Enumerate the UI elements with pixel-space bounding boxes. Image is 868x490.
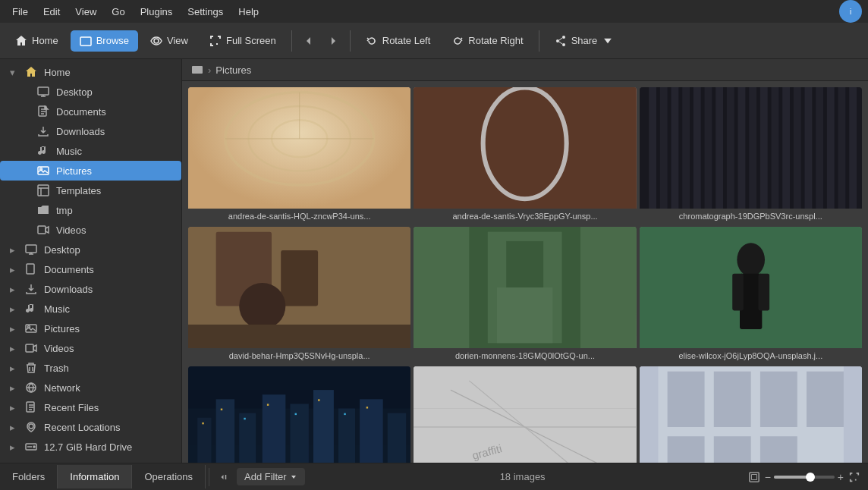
fit-view-button[interactable] bbox=[747, 470, 762, 485]
menu-help[interactable]: Help bbox=[232, 5, 265, 19]
menu-edit[interactable]: Edit bbox=[37, 5, 66, 19]
tab-operations[interactable]: Operations bbox=[132, 465, 206, 488]
svg-rect-37 bbox=[671, 87, 678, 209]
templates-icon bbox=[36, 184, 50, 197]
file-thumb-3[interactable]: chromatograph-19DGPbSV3rc-unspl... bbox=[640, 87, 862, 224]
home-button[interactable]: Home bbox=[6, 30, 68, 52]
svg-rect-91 bbox=[414, 366, 636, 463]
svg-rect-35 bbox=[649, 87, 656, 209]
svg-rect-87 bbox=[318, 399, 319, 400]
view-icon bbox=[150, 35, 162, 47]
statusbar-back-button[interactable] bbox=[215, 468, 234, 486]
share-button[interactable]: Share bbox=[546, 30, 624, 52]
sidebar-item-tmp[interactable]: ▸ tmp bbox=[0, 200, 181, 220]
top-right-button[interactable]: i bbox=[839, 0, 862, 23]
desktop2-chevron-icon: ▸ bbox=[6, 243, 18, 256]
thumb-image-8: graffiti bbox=[414, 366, 636, 463]
svg-rect-50 bbox=[816, 87, 823, 209]
statusbar-right: − + bbox=[741, 470, 868, 485]
sidebar-item-home[interactable]: ▾ Home bbox=[0, 62, 181, 82]
menu-go[interactable]: Go bbox=[105, 5, 131, 19]
fullscreen-view-button[interactable] bbox=[847, 470, 862, 485]
rotate-left-icon bbox=[366, 35, 378, 47]
svg-rect-108 bbox=[750, 472, 759, 481]
sidebar-item-pictures2[interactable]: ▸ Pictures bbox=[0, 319, 181, 338]
view-button[interactable]: View bbox=[141, 30, 197, 52]
thumb-label-4: david-behar-Hmp3Q5SNvHg-unspla... bbox=[188, 348, 410, 363]
sidebar-item-music2[interactable]: ▸ Music bbox=[0, 299, 181, 319]
sidebar-item-hard-drive[interactable]: ▸ 12.7 GiB Hard Drive bbox=[0, 437, 181, 457]
sidebar-item-downloads2[interactable]: ▸ Downloads bbox=[0, 279, 181, 299]
network-icon bbox=[24, 381, 38, 394]
browse-icon bbox=[80, 35, 92, 47]
toolbar: Home Browse View Full Screen Rotate Left… bbox=[0, 23, 868, 59]
sidebar-item-downloads[interactable]: ▸ Downloads bbox=[0, 121, 181, 141]
sidebar-hard-drive-label: 12.7 GiB Hard Drive bbox=[44, 441, 132, 453]
rotate-right-button[interactable]: Rotate Right bbox=[442, 30, 532, 52]
menu-plugins[interactable]: Plugins bbox=[134, 5, 179, 19]
menu-view[interactable]: View bbox=[69, 5, 102, 19]
file-thumb-4[interactable]: david-behar-Hmp3Q5SNvHg-unspla... bbox=[188, 227, 410, 363]
svg-rect-89 bbox=[366, 407, 368, 408]
rotate-right-icon bbox=[451, 35, 464, 47]
file-thumb-2[interactable]: andrea-de-santis-Vryc38EppGY-unsp... bbox=[414, 87, 636, 224]
sidebar-item-recent-locations[interactable]: ▸ Recent Locations bbox=[0, 417, 181, 437]
tab-folders[interactable]: Folders bbox=[0, 465, 58, 488]
back-button[interactable] bbox=[298, 30, 319, 52]
sidebar-tmp-label: tmp bbox=[56, 205, 73, 216]
file-thumb-1[interactable]: andrea-de-santis-HQL-zncwP34-uns... bbox=[188, 87, 410, 224]
fullscreen-button[interactable]: Full Screen bbox=[200, 30, 285, 52]
desktop2-icon bbox=[24, 243, 38, 256]
sidebar-item-documents[interactable]: ▸ Documents bbox=[0, 102, 181, 121]
sidebar-item-network[interactable]: ▸ Network bbox=[0, 378, 181, 397]
file-thumb-7[interactable]: f... bbox=[188, 366, 410, 463]
svg-rect-12 bbox=[38, 226, 46, 234]
zoom-slider[interactable] bbox=[774, 476, 835, 479]
svg-rect-52 bbox=[838, 87, 845, 209]
thumb-image-5 bbox=[414, 227, 636, 348]
menu-settings[interactable]: Settings bbox=[181, 5, 229, 19]
svg-rect-46 bbox=[771, 87, 778, 209]
sidebar-network-label: Network bbox=[44, 382, 80, 394]
sidebar-item-pictures[interactable]: ▸ Pictures bbox=[0, 161, 181, 181]
svg-rect-74 bbox=[216, 399, 234, 463]
file-thumb-9[interactable]: h... bbox=[640, 366, 862, 463]
tab-information[interactable]: Information bbox=[58, 465, 132, 488]
recent-files-icon bbox=[24, 400, 38, 414]
file-thumb-6[interactable]: elise-wilcox-jO6jLyp8OQA-unsplash.j... bbox=[640, 227, 862, 363]
sidebar-item-templates[interactable]: ▸ Templates bbox=[0, 181, 181, 200]
hard-drive-icon bbox=[24, 440, 38, 454]
separator-3 bbox=[539, 30, 539, 52]
sidebar-item-desktop[interactable]: ▸ Desktop bbox=[0, 82, 181, 102]
breadcrumb-current: Pictures bbox=[215, 64, 251, 76]
forward-button[interactable] bbox=[322, 30, 344, 52]
svg-rect-45 bbox=[760, 87, 768, 209]
zoom-minus-icon: − bbox=[765, 471, 771, 483]
svg-rect-47 bbox=[782, 87, 790, 209]
thumb-image-1 bbox=[188, 87, 410, 209]
sidebar-item-videos[interactable]: ▸ Videos bbox=[0, 220, 181, 240]
sidebar-item-documents2[interactable]: ▸ Documents bbox=[0, 259, 181, 279]
rotate-left-button[interactable]: Rotate Left bbox=[357, 30, 440, 52]
svg-rect-101 bbox=[713, 372, 750, 427]
sidebar-item-recent-files[interactable]: ▸ Recent Files bbox=[0, 397, 181, 417]
file-thumb-8[interactable]: graffiti g... bbox=[414, 366, 636, 463]
svg-rect-100 bbox=[667, 372, 704, 427]
add-filter-button[interactable]: Add Filter bbox=[237, 468, 305, 485]
recent-locations-chevron-icon: ▸ bbox=[6, 421, 18, 433]
thumb-image-6 bbox=[640, 227, 862, 348]
sidebar-item-trash[interactable]: ▸ Trash bbox=[0, 358, 181, 378]
sidebar-item-videos2[interactable]: ▸ Videos bbox=[0, 338, 181, 358]
sidebar-item-music[interactable]: ▸ Music bbox=[0, 141, 181, 161]
menu-file[interactable]: File bbox=[6, 5, 34, 19]
sidebar-item-desktop2[interactable]: ▸ Desktop bbox=[0, 240, 181, 259]
file-thumb-5[interactable]: dorien-monnens-18GMQ0lOtGQ-un... bbox=[414, 227, 636, 363]
home-chevron-icon: ▾ bbox=[6, 66, 18, 78]
svg-point-5 bbox=[556, 39, 559, 42]
sidebar-desktop-label: Desktop bbox=[56, 86, 93, 98]
thumb-label-3: chromatograph-19DGPbSV3rc-unspl... bbox=[640, 209, 862, 224]
downloads2-chevron-icon: ▸ bbox=[6, 283, 18, 295]
trash-chevron-icon: ▸ bbox=[6, 362, 18, 374]
browse-button[interactable]: Browse bbox=[71, 30, 138, 52]
svg-rect-77 bbox=[290, 404, 308, 463]
